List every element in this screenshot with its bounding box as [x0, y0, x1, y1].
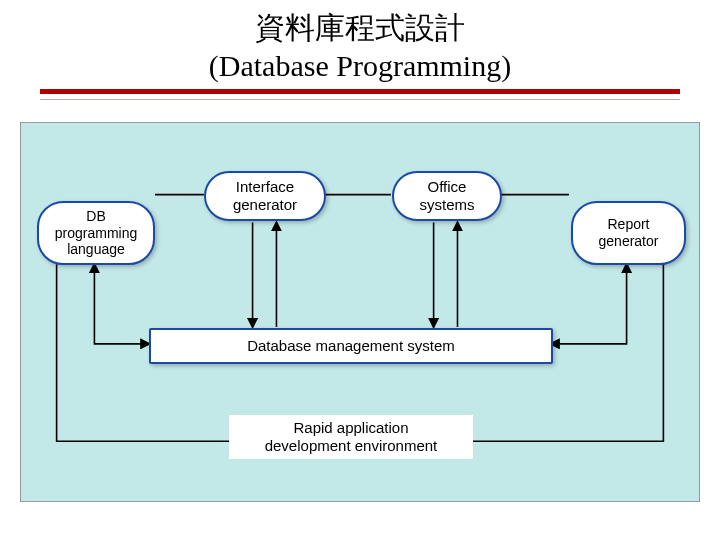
- diagram-canvas: DBprogramminglanguage Interfacegenerator…: [20, 122, 700, 502]
- accent-shadow: [40, 99, 680, 100]
- node-report-generator: Reportgenerator: [571, 201, 686, 265]
- node-dbms: Database management system: [149, 328, 553, 364]
- node-office-systems: Officesystems: [392, 171, 502, 221]
- node-db-programming-language: DBprogramminglanguage: [37, 201, 155, 265]
- title-english: (Database Programming): [0, 49, 720, 83]
- node-rad-environment: Rapid applicationdevelopment environment: [229, 415, 473, 459]
- title-chinese: 資料庫程式設計: [0, 8, 720, 49]
- node-interface-generator: Interfacegenerator: [204, 171, 326, 221]
- accent-bar: [40, 89, 680, 94]
